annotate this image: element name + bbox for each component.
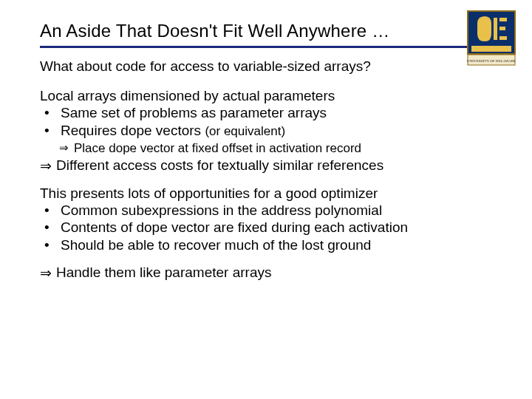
- svg-rect-2: [494, 18, 497, 40]
- university-logo: UNIVERSITY OF DELAWARE: [467, 10, 516, 66]
- block2-result: Handle them like parameter arrays: [40, 265, 492, 281]
- svg-rect-1: [471, 46, 511, 52]
- title-rule: [40, 46, 492, 48]
- list-item: Common subexpressions in the address pol…: [40, 202, 492, 219]
- svg-rect-3: [499, 18, 507, 21]
- block2-lead: This presents lots of opportunities for …: [40, 185, 492, 202]
- block2-bullets: Common subexpressions in the address pol…: [40, 202, 492, 254]
- slide-title: An Aside That Doesn't Fit Well Anywhere …: [40, 21, 492, 41]
- block1-sub: Place dope vector at fixed offset in act…: [40, 141, 492, 156]
- slide: UNIVERSITY OF DELAWARE An Aside That Doe…: [0, 0, 532, 399]
- svg-rect-5: [499, 36, 507, 40]
- block1-bullets: Same set of problems as parameter arrays…: [40, 104, 492, 140]
- block1-result: Different access costs for textually sim…: [40, 157, 492, 174]
- bullet-suffix: (or equivalent): [205, 124, 285, 138]
- svg-text:UNIVERSITY OF DELAWARE: UNIVERSITY OF DELAWARE: [467, 59, 516, 63]
- list-item: Same set of problems as parameter arrays: [40, 104, 492, 122]
- svg-rect-4: [499, 27, 505, 30]
- bullet-text: Requires dope vectors: [61, 123, 205, 138]
- block1-lead: Local arrays dimensioned by actual param…: [40, 88, 492, 104]
- list-item: Should be able to recover much of the lo…: [40, 236, 492, 254]
- list-item: Requires dope vectors (or equivalent): [40, 122, 492, 140]
- list-item: Contents of dope vector are fixed during…: [40, 219, 492, 236]
- question-text: What about code for access to variable-s…: [40, 58, 492, 75]
